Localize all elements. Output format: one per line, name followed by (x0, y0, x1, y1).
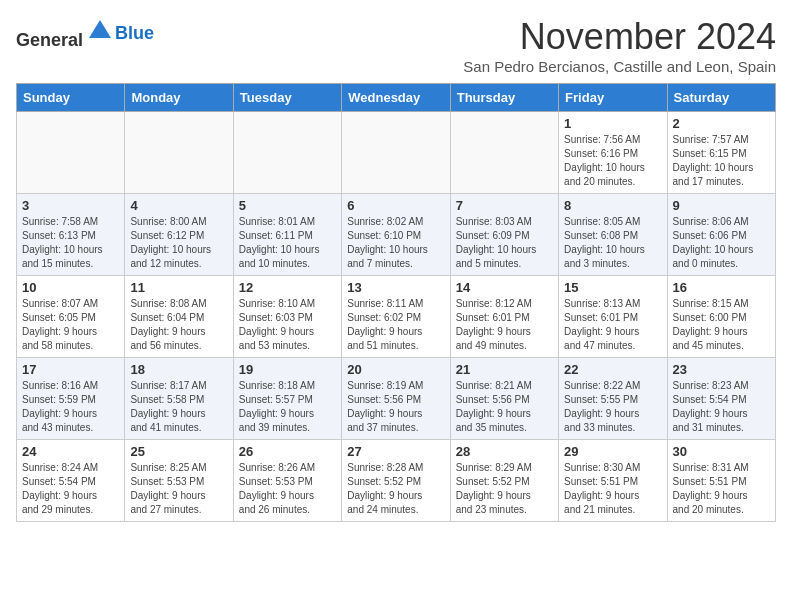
logo-general-text: General (16, 30, 83, 50)
day-info: Sunrise: 8:23 AM Sunset: 5:54 PM Dayligh… (673, 379, 770, 435)
calendar-week-row: 24Sunrise: 8:24 AM Sunset: 5:54 PM Dayli… (17, 440, 776, 522)
logo: General Blue (16, 16, 154, 51)
day-info: Sunrise: 8:00 AM Sunset: 6:12 PM Dayligh… (130, 215, 227, 271)
day-number: 22 (564, 362, 661, 377)
calendar-day-cell: 3Sunrise: 7:58 AM Sunset: 6:13 PM Daylig… (17, 194, 125, 276)
location-subtitle: San Pedro Bercianos, Castille and Leon, … (463, 58, 776, 75)
day-info: Sunrise: 8:07 AM Sunset: 6:05 PM Dayligh… (22, 297, 119, 353)
calendar-day-cell: 27Sunrise: 8:28 AM Sunset: 5:52 PM Dayli… (342, 440, 450, 522)
calendar-day-cell: 7Sunrise: 8:03 AM Sunset: 6:09 PM Daylig… (450, 194, 558, 276)
day-number: 30 (673, 444, 770, 459)
day-number: 3 (22, 198, 119, 213)
weekday-header-friday: Friday (559, 84, 667, 112)
calendar-day-cell: 30Sunrise: 8:31 AM Sunset: 5:51 PM Dayli… (667, 440, 775, 522)
calendar-day-cell: 16Sunrise: 8:15 AM Sunset: 6:00 PM Dayli… (667, 276, 775, 358)
calendar-day-cell: 24Sunrise: 8:24 AM Sunset: 5:54 PM Dayli… (17, 440, 125, 522)
day-info: Sunrise: 8:31 AM Sunset: 5:51 PM Dayligh… (673, 461, 770, 517)
calendar-day-cell: 14Sunrise: 8:12 AM Sunset: 6:01 PM Dayli… (450, 276, 558, 358)
day-info: Sunrise: 8:21 AM Sunset: 5:56 PM Dayligh… (456, 379, 553, 435)
calendar-header-row: SundayMondayTuesdayWednesdayThursdayFrid… (17, 84, 776, 112)
calendar-day-cell (125, 112, 233, 194)
day-number: 20 (347, 362, 444, 377)
day-number: 19 (239, 362, 336, 377)
day-number: 12 (239, 280, 336, 295)
calendar-week-row: 17Sunrise: 8:16 AM Sunset: 5:59 PM Dayli… (17, 358, 776, 440)
calendar-week-row: 10Sunrise: 8:07 AM Sunset: 6:05 PM Dayli… (17, 276, 776, 358)
weekday-header-sunday: Sunday (17, 84, 125, 112)
day-info: Sunrise: 8:15 AM Sunset: 6:00 PM Dayligh… (673, 297, 770, 353)
day-number: 8 (564, 198, 661, 213)
day-info: Sunrise: 8:08 AM Sunset: 6:04 PM Dayligh… (130, 297, 227, 353)
month-title: November 2024 (463, 16, 776, 58)
calendar-day-cell (450, 112, 558, 194)
day-info: Sunrise: 7:58 AM Sunset: 6:13 PM Dayligh… (22, 215, 119, 271)
calendar-day-cell: 20Sunrise: 8:19 AM Sunset: 5:56 PM Dayli… (342, 358, 450, 440)
day-info: Sunrise: 7:57 AM Sunset: 6:15 PM Dayligh… (673, 133, 770, 189)
day-number: 23 (673, 362, 770, 377)
calendar-day-cell: 29Sunrise: 8:30 AM Sunset: 5:51 PM Dayli… (559, 440, 667, 522)
day-info: Sunrise: 8:10 AM Sunset: 6:03 PM Dayligh… (239, 297, 336, 353)
day-info: Sunrise: 8:16 AM Sunset: 5:59 PM Dayligh… (22, 379, 119, 435)
day-info: Sunrise: 8:12 AM Sunset: 6:01 PM Dayligh… (456, 297, 553, 353)
weekday-header-thursday: Thursday (450, 84, 558, 112)
day-number: 24 (22, 444, 119, 459)
day-number: 7 (456, 198, 553, 213)
calendar-day-cell: 17Sunrise: 8:16 AM Sunset: 5:59 PM Dayli… (17, 358, 125, 440)
weekday-header-saturday: Saturday (667, 84, 775, 112)
day-info: Sunrise: 8:26 AM Sunset: 5:53 PM Dayligh… (239, 461, 336, 517)
day-info: Sunrise: 8:17 AM Sunset: 5:58 PM Dayligh… (130, 379, 227, 435)
calendar-day-cell: 23Sunrise: 8:23 AM Sunset: 5:54 PM Dayli… (667, 358, 775, 440)
day-info: Sunrise: 8:30 AM Sunset: 5:51 PM Dayligh… (564, 461, 661, 517)
day-number: 17 (22, 362, 119, 377)
day-info: Sunrise: 8:25 AM Sunset: 5:53 PM Dayligh… (130, 461, 227, 517)
calendar-day-cell: 28Sunrise: 8:29 AM Sunset: 5:52 PM Dayli… (450, 440, 558, 522)
day-number: 1 (564, 116, 661, 131)
day-info: Sunrise: 8:22 AM Sunset: 5:55 PM Dayligh… (564, 379, 661, 435)
calendar-day-cell: 15Sunrise: 8:13 AM Sunset: 6:01 PM Dayli… (559, 276, 667, 358)
calendar-day-cell (233, 112, 341, 194)
calendar-day-cell: 26Sunrise: 8:26 AM Sunset: 5:53 PM Dayli… (233, 440, 341, 522)
svg-marker-0 (89, 20, 111, 38)
calendar-day-cell: 5Sunrise: 8:01 AM Sunset: 6:11 PM Daylig… (233, 194, 341, 276)
day-info: Sunrise: 8:13 AM Sunset: 6:01 PM Dayligh… (564, 297, 661, 353)
calendar-day-cell (17, 112, 125, 194)
weekday-header-tuesday: Tuesday (233, 84, 341, 112)
weekday-header-monday: Monday (125, 84, 233, 112)
calendar-day-cell: 11Sunrise: 8:08 AM Sunset: 6:04 PM Dayli… (125, 276, 233, 358)
calendar-table: SundayMondayTuesdayWednesdayThursdayFrid… (16, 83, 776, 522)
calendar-day-cell: 12Sunrise: 8:10 AM Sunset: 6:03 PM Dayli… (233, 276, 341, 358)
calendar-day-cell: 9Sunrise: 8:06 AM Sunset: 6:06 PM Daylig… (667, 194, 775, 276)
calendar-day-cell: 8Sunrise: 8:05 AM Sunset: 6:08 PM Daylig… (559, 194, 667, 276)
calendar-day-cell: 6Sunrise: 8:02 AM Sunset: 6:10 PM Daylig… (342, 194, 450, 276)
calendar-day-cell: 10Sunrise: 8:07 AM Sunset: 6:05 PM Dayli… (17, 276, 125, 358)
day-number: 10 (22, 280, 119, 295)
day-number: 4 (130, 198, 227, 213)
calendar-day-cell: 22Sunrise: 8:22 AM Sunset: 5:55 PM Dayli… (559, 358, 667, 440)
calendar-day-cell: 25Sunrise: 8:25 AM Sunset: 5:53 PM Dayli… (125, 440, 233, 522)
day-number: 26 (239, 444, 336, 459)
day-number: 13 (347, 280, 444, 295)
day-number: 9 (673, 198, 770, 213)
day-number: 21 (456, 362, 553, 377)
day-number: 2 (673, 116, 770, 131)
day-info: Sunrise: 7:56 AM Sunset: 6:16 PM Dayligh… (564, 133, 661, 189)
logo-blue-text: Blue (115, 23, 154, 43)
calendar-week-row: 1Sunrise: 7:56 AM Sunset: 6:16 PM Daylig… (17, 112, 776, 194)
day-info: Sunrise: 8:06 AM Sunset: 6:06 PM Dayligh… (673, 215, 770, 271)
day-info: Sunrise: 8:18 AM Sunset: 5:57 PM Dayligh… (239, 379, 336, 435)
day-info: Sunrise: 8:05 AM Sunset: 6:08 PM Dayligh… (564, 215, 661, 271)
day-number: 18 (130, 362, 227, 377)
calendar-day-cell: 19Sunrise: 8:18 AM Sunset: 5:57 PM Dayli… (233, 358, 341, 440)
calendar-day-cell: 4Sunrise: 8:00 AM Sunset: 6:12 PM Daylig… (125, 194, 233, 276)
day-info: Sunrise: 8:29 AM Sunset: 5:52 PM Dayligh… (456, 461, 553, 517)
day-number: 16 (673, 280, 770, 295)
day-number: 14 (456, 280, 553, 295)
day-number: 15 (564, 280, 661, 295)
title-block: November 2024 San Pedro Bercianos, Casti… (463, 16, 776, 75)
day-info: Sunrise: 8:01 AM Sunset: 6:11 PM Dayligh… (239, 215, 336, 271)
day-number: 27 (347, 444, 444, 459)
day-number: 29 (564, 444, 661, 459)
day-number: 5 (239, 198, 336, 213)
calendar-day-cell: 13Sunrise: 8:11 AM Sunset: 6:02 PM Dayli… (342, 276, 450, 358)
day-number: 11 (130, 280, 227, 295)
